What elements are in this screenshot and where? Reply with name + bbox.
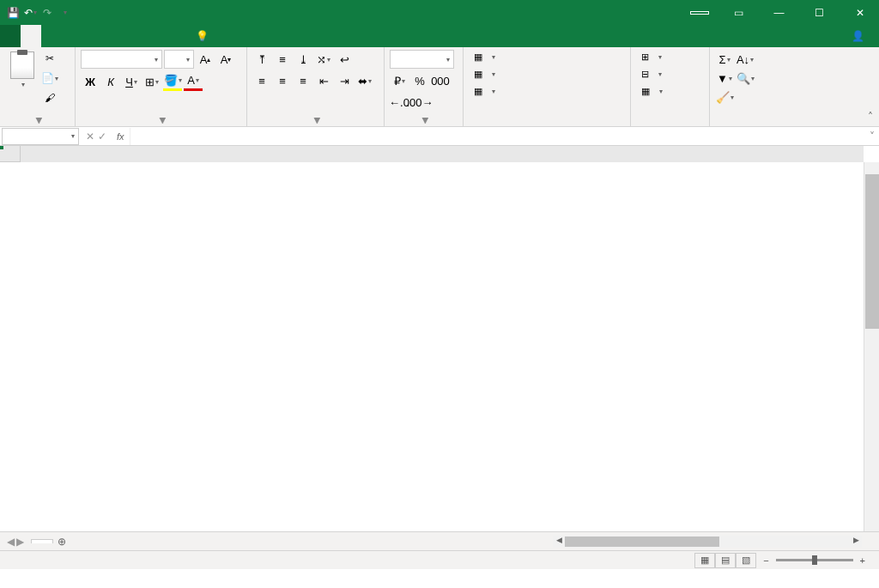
tab-prev-icon[interactable]: ◀ (7, 536, 15, 548)
clipboard-icon (10, 52, 34, 79)
minimize-button[interactable]: — (760, 0, 798, 25)
font-launcher-icon[interactable]: ⯆ (159, 116, 167, 124)
zoom-in-button[interactable]: + (860, 555, 865, 566)
format-cells-button[interactable]: ▦▾ (636, 84, 668, 99)
format-painter-button[interactable]: 🖌 (41, 89, 58, 106)
ribbon: ▾ ✂ 📄▾ 🖌 ⯆ ▾ ▾ A▴ A▾ Ж К Ч▾ ⊞▾ 🪣▾ (0, 47, 879, 127)
format-table-button[interactable]: ▦▾ (469, 67, 500, 82)
clipboard-launcher-icon[interactable]: ⯆ (35, 116, 43, 124)
login-button[interactable] (690, 11, 709, 15)
wrap-text-button[interactable]: ↩ (335, 50, 354, 69)
sheet-tab[interactable] (31, 539, 53, 543)
delete-cells-button[interactable]: ⊟▾ (636, 67, 668, 82)
format-icon: ▦ (641, 86, 650, 97)
select-all-corner[interactable] (0, 146, 21, 162)
paste-button[interactable]: ▾ (5, 50, 39, 90)
page-break-view-button[interactable]: ▧ (736, 553, 756, 568)
currency-button[interactable]: ₽▾ (390, 71, 409, 90)
qat-customize-icon[interactable]: ▾ (58, 7, 70, 19)
expand-formula-icon[interactable]: ˅ (865, 130, 879, 142)
tab-view[interactable] (144, 25, 165, 47)
align-middle-button[interactable]: ≡ (273, 50, 292, 69)
zoom-out-button[interactable]: − (763, 555, 768, 566)
accept-formula-icon[interactable]: ✓ (98, 130, 106, 142)
underline-button[interactable]: Ч▾ (122, 72, 141, 91)
menu-bar: 💡 👤 (0, 25, 879, 47)
sort-az-button[interactable]: A↓▾ (736, 50, 755, 69)
merge-button[interactable]: ⬌▾ (355, 71, 374, 90)
font-color-button[interactable]: A▾ (184, 72, 203, 91)
vertical-scrollbar[interactable] (864, 162, 879, 531)
align-bottom-button[interactable]: ⤓ (294, 50, 312, 69)
comma-button[interactable]: 000 (431, 71, 450, 90)
tab-data[interactable] (103, 25, 124, 47)
copy-button[interactable]: 📄▾ (41, 70, 58, 87)
share-button[interactable]: 👤 (841, 30, 879, 42)
page-layout-view-button[interactable]: ▤ (715, 553, 736, 568)
maximize-button[interactable]: ☐ (800, 0, 839, 25)
tab-layout[interactable] (62, 25, 82, 47)
decrease-decimal-button[interactable]: .00→ (410, 93, 429, 112)
cell-styles-button[interactable]: ▦▾ (469, 84, 500, 99)
bold-button[interactable]: Ж (81, 72, 100, 91)
conditional-format-button[interactable]: ▦▾ (469, 50, 500, 64)
save-icon[interactable]: 💾 (7, 7, 19, 19)
horizontal-scroll-thumb[interactable] (565, 536, 719, 547)
close-button[interactable]: ✕ (840, 0, 879, 25)
tab-file[interactable] (0, 25, 21, 47)
insert-cells-button[interactable]: ⊞▾ (636, 50, 668, 64)
align-top-button[interactable]: ⤒ (252, 50, 271, 69)
percent-button[interactable]: % (410, 71, 429, 90)
zoom-slider[interactable] (776, 559, 853, 561)
align-right-button[interactable]: ≡ (294, 71, 312, 90)
tab-review[interactable] (124, 25, 144, 47)
redo-icon[interactable]: ↷ (41, 7, 53, 19)
align-left-button[interactable]: ≡ (252, 71, 271, 90)
worksheet-area[interactable] (0, 146, 879, 531)
vertical-scroll-thumb[interactable] (865, 174, 879, 329)
italic-button[interactable]: К (101, 72, 120, 91)
align-center-button[interactable]: ≡ (273, 71, 292, 90)
fill-button[interactable]: ▼▾ (715, 69, 734, 88)
tab-home[interactable] (21, 25, 41, 47)
scroll-left-icon[interactable]: ◀ (553, 536, 565, 548)
ribbon-options-icon[interactable]: ▭ (719, 0, 758, 25)
tab-formulas[interactable] (82, 25, 103, 47)
normal-view-button[interactable]: ▦ (694, 553, 715, 568)
tab-next-icon[interactable]: ▶ (16, 536, 24, 548)
fx-icon[interactable]: fx (117, 131, 124, 142)
alignment-launcher-icon[interactable]: ⯆ (313, 116, 321, 124)
column-headers[interactable] (21, 146, 864, 162)
horizontal-scrollbar[interactable]: ◀ ▶ (553, 536, 862, 548)
orientation-button[interactable]: ⤭▾ (314, 50, 333, 69)
status-bar: ▦ ▤ ▧ − + (0, 550, 879, 569)
cut-button[interactable]: ✂ (41, 50, 58, 67)
border-button[interactable]: ⊞▾ (142, 72, 161, 91)
grow-font-button[interactable]: A▴ (196, 50, 215, 69)
zoom-thumb[interactable] (812, 555, 817, 565)
indent-increase-button[interactable]: ⇥ (335, 71, 354, 90)
number-launcher-icon[interactable]: ⯆ (421, 116, 429, 124)
person-icon: 👤 (852, 30, 864, 42)
scroll-right-icon[interactable]: ▶ (850, 536, 862, 548)
name-box[interactable]: ▾ (2, 128, 79, 145)
fill-color-button[interactable]: 🪣▾ (163, 72, 182, 91)
collapse-ribbon-button[interactable]: ˄ (862, 47, 879, 126)
shrink-font-button[interactable]: A▾ (216, 50, 235, 69)
number-format-select[interactable]: ▾ (390, 50, 454, 69)
clear-button[interactable]: 🧹▾ (715, 88, 734, 106)
find-button[interactable]: 🔍▾ (736, 69, 755, 88)
indent-decrease-button[interactable]: ⇤ (314, 71, 333, 90)
font-size-select[interactable]: ▾ (164, 50, 194, 69)
tell-me[interactable]: 💡 (185, 30, 223, 42)
undo-icon[interactable]: ↶▾ (24, 7, 36, 19)
autosum-button[interactable]: Σ▾ (715, 50, 734, 69)
tab-insert[interactable] (41, 25, 62, 47)
add-sheet-button[interactable]: ⊕ (53, 536, 70, 548)
formula-input[interactable] (130, 128, 865, 145)
sheet-tabs-bar: ◀ ▶ ⊕ ◀ ▶ (0, 531, 879, 550)
cancel-formula-icon[interactable]: ✕ (86, 130, 94, 142)
font-name-select[interactable]: ▾ (81, 50, 162, 69)
tab-help[interactable] (165, 25, 185, 47)
delete-icon: ⊟ (641, 69, 649, 80)
